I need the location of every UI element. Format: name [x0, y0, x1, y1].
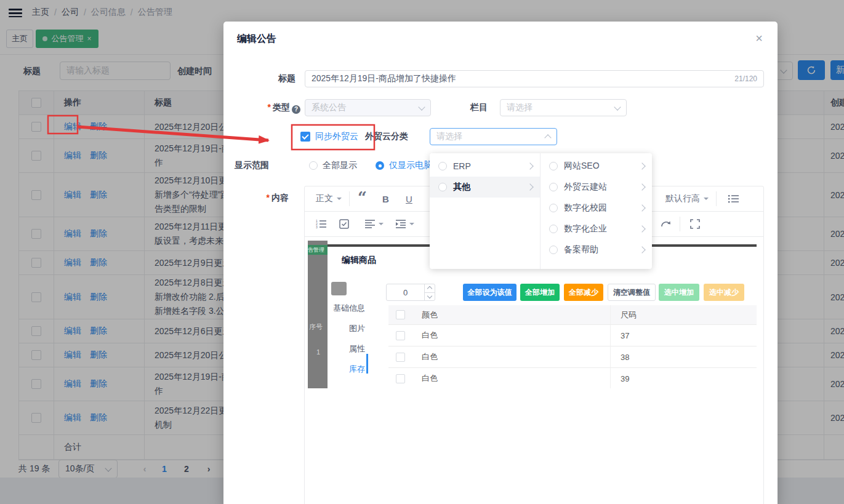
title-input[interactable]: 2025年12月19日-商品增加了快捷操作 21/120	[305, 70, 764, 87]
cascader-option[interactable]: 其他	[430, 177, 540, 198]
cascader-option-label: 其他	[453, 182, 470, 193]
embed-modal-title: 编辑商品	[342, 255, 376, 266]
cascader-option[interactable]: 数字化企业	[541, 218, 652, 239]
embed-cell-color: 白色	[412, 346, 611, 367]
field-scope-label: 显示范围	[220, 160, 269, 171]
modal-close-icon[interactable]: ×	[755, 31, 763, 46]
embed-table-header: 颜色 尺码	[388, 305, 757, 325]
sync-checkbox[interactable]	[300, 132, 310, 142]
paragraph-style-dropdown[interactable]: 正文	[316, 186, 342, 211]
column-select-placeholder: 请选择	[507, 102, 533, 113]
bold-icon[interactable]: B	[382, 186, 389, 211]
radio-icon[interactable]	[549, 162, 558, 170]
embed-row-checkbox[interactable]	[396, 374, 405, 383]
radio-icon[interactable]	[549, 246, 558, 254]
column-select[interactable]: 请选择	[500, 99, 627, 116]
category-select[interactable]: 请选择	[430, 128, 557, 145]
task-list-icon[interactable]	[339, 212, 349, 236]
radio-icon[interactable]	[549, 183, 558, 191]
cascader-option[interactable]: 网站SEO	[541, 156, 652, 177]
embed-dim-fragment	[331, 282, 347, 295]
embed-row-checkbox[interactable]	[396, 331, 405, 340]
radio-icon[interactable]	[549, 204, 558, 212]
required-asterisk: *	[268, 102, 271, 112]
type-select-value: 系统公告	[311, 102, 346, 113]
sync-checkbox-label: 同步外贸云	[315, 131, 358, 142]
title-input-value: 2025年12月19日-商品增加了快捷操作	[311, 73, 456, 84]
embed-stepper-value: 0	[387, 284, 424, 300]
redo-icon[interactable]	[661, 212, 672, 236]
radio-icon[interactable]	[438, 183, 447, 191]
cascader-option[interactable]: 外贸云建站	[541, 177, 652, 198]
underline-icon[interactable]: U	[406, 186, 412, 211]
embed-table-row: 白色38	[388, 346, 757, 368]
radio-icon[interactable]	[438, 162, 447, 170]
embed-cell-color: 白色	[412, 325, 611, 346]
embed-cell-size: 38	[611, 353, 757, 362]
embed-col-size: 尺码	[611, 310, 757, 321]
ordered-list-icon[interactable]: 123	[316, 212, 327, 236]
field-title-label: 标题	[246, 73, 295, 84]
embed-row-checkbox[interactable]	[396, 353, 405, 362]
chevron-right-icon	[638, 204, 645, 211]
cascader-option-label: 数字化校园	[564, 202, 607, 214]
cascader-option[interactable]: 备案帮助	[541, 239, 652, 260]
cascader-level-1: ERP其他	[430, 153, 540, 269]
scope-all-label: 全部显示	[323, 160, 357, 171]
chevron-right-icon	[526, 162, 533, 169]
embed-action-button[interactable]: 选中减少	[704, 284, 744, 301]
cascader-option-label: 网站SEO	[564, 161, 600, 172]
edit-announcement-modal: 编辑公告 × 标题 2025年12月19日-商品增加了快捷操作 21/120 *…	[223, 22, 778, 504]
scope-pc-label: 仅显示电脑	[389, 160, 432, 171]
embed-col-color: 颜色	[412, 305, 611, 324]
embed-action-button[interactable]: 清空调整值	[608, 284, 656, 301]
sync-checkbox-group: 同步外贸云	[300, 128, 358, 145]
caret-down-icon	[409, 223, 414, 225]
chevron-down-icon	[418, 103, 425, 110]
embed-action-button[interactable]: 选中增加	[659, 284, 699, 301]
embed-sidebar-item[interactable]: 属性	[328, 338, 365, 359]
type-select[interactable]: 系统公告	[305, 99, 431, 116]
scope-pc-option[interactable]: 仅显示电脑	[376, 157, 432, 174]
cascader-level-2: 网站SEO外贸云建站数字化校园数字化企业备案帮助	[540, 153, 652, 269]
embed-action-button[interactable]: 全部增加	[520, 284, 560, 301]
align-dropdown-icon[interactable]	[365, 212, 384, 236]
embed-cell-size: 37	[611, 331, 757, 340]
embed-seq-header: 序号	[309, 322, 323, 332]
cascader-option[interactable]: 数字化校园	[541, 198, 652, 218]
blockquote-icon[interactable]: “	[358, 186, 367, 211]
chevron-right-icon	[638, 183, 645, 190]
caret-down-icon	[337, 198, 342, 200]
chevron-right-icon	[526, 183, 533, 190]
screen: 主页/公司/公司信息/公告管理 主页 公告管理 × 标题 请输入标题 创建时间 …	[0, 0, 844, 504]
embed-dim-strip: 序号 1	[308, 241, 328, 388]
scope-all-option[interactable]: 全部显示	[309, 157, 357, 174]
embed-action-button[interactable]: 全部设为该值	[463, 284, 516, 301]
field-content-label: *内容	[239, 193, 289, 204]
field-column-label: 栏目	[451, 102, 488, 113]
embed-sidebar-item[interactable]: 图片	[328, 318, 365, 338]
embed-active-indicator	[366, 354, 368, 374]
chevron-down-icon	[614, 103, 621, 110]
embed-seq-value: 1	[316, 348, 320, 356]
embed-sidebar-item[interactable]: 库存	[328, 359, 365, 379]
embed-sidebar: 基础信息图片属性库存	[328, 298, 365, 379]
radio-icon[interactable]	[549, 225, 558, 233]
caret-down-icon	[379, 223, 384, 225]
help-icon[interactable]: ?	[292, 105, 300, 114]
embed-table-row: 白色37	[388, 325, 757, 346]
embed-sidebar-item[interactable]: 基础信息	[328, 298, 365, 318]
chevron-up-icon	[544, 134, 551, 141]
cascader-option-label: ERP	[453, 161, 471, 171]
indent-dropdown-icon[interactable]	[396, 212, 414, 236]
embed-stepper[interactable]: 0	[386, 284, 435, 301]
bullet-list-icon[interactable]	[728, 186, 739, 211]
field-type-label: *类型?	[246, 102, 300, 114]
line-height-dropdown[interactable]: 默认行高	[665, 186, 709, 211]
fullscreen-icon[interactable]	[690, 212, 700, 236]
cascader-option[interactable]: ERP	[430, 156, 540, 177]
embed-action-button[interactable]: 全部减少	[564, 284, 603, 301]
embed-green-tab-fragment: 告管理	[308, 245, 328, 255]
embed-table-row: 白色39	[388, 368, 757, 388]
embed-select-all-checkbox[interactable]	[396, 310, 405, 319]
